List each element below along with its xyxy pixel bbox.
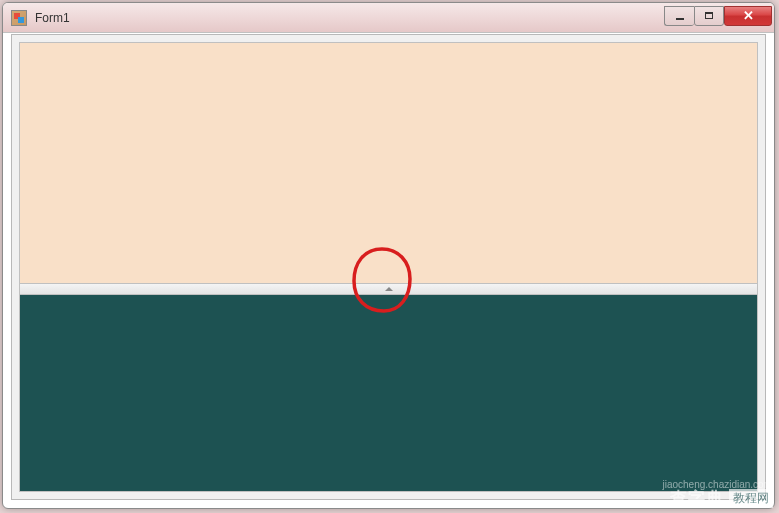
- application-window: Form1 ✕: [2, 2, 775, 509]
- maximize-button[interactable]: [694, 6, 724, 26]
- minimize-button[interactable]: [664, 6, 694, 26]
- close-icon: ✕: [743, 9, 754, 22]
- split-container: [19, 42, 758, 492]
- minimize-icon: [676, 18, 684, 20]
- top-panel: [19, 42, 758, 284]
- maximize-icon: [705, 12, 713, 19]
- bottom-panel: [19, 294, 758, 492]
- chevron-up-icon: [385, 287, 393, 291]
- close-button[interactable]: ✕: [724, 6, 772, 26]
- window-title: Form1: [33, 11, 664, 25]
- client-area: [11, 34, 766, 500]
- app-icon: [11, 10, 27, 26]
- splitter-bar[interactable]: [19, 284, 758, 294]
- titlebar[interactable]: Form1 ✕: [3, 3, 774, 33]
- window-controls: ✕: [664, 6, 772, 26]
